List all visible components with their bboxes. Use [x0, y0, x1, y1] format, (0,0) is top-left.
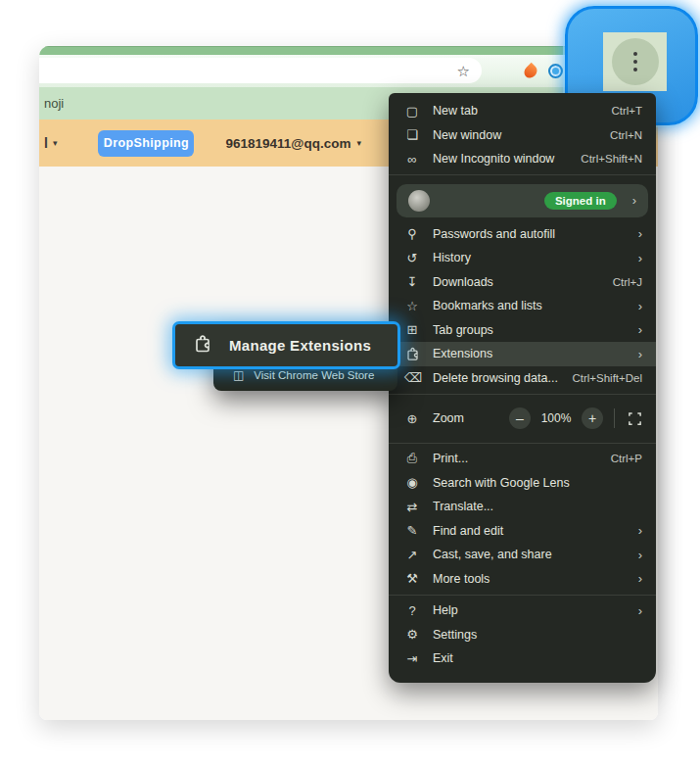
web-store-icon: ◫	[233, 368, 244, 382]
chevron-right-icon: ›	[638, 322, 642, 337]
help-icon: ?	[404, 603, 420, 618]
menu-item-label: Tab groups	[433, 323, 626, 337]
menu-item-cast-save-and-share[interactable]: ↗Cast, save, and share›	[389, 543, 656, 567]
menu-item-label: Zoom	[433, 411, 464, 425]
menu-item-downloads[interactable]: ↧DownloadsCtrl+J	[389, 270, 656, 295]
exit-icon: ⇥	[404, 651, 420, 666]
menu-item-shortcut: Ctrl+T	[611, 105, 642, 117]
kebab-dot	[633, 52, 637, 56]
chevron-right-icon: ›	[638, 347, 642, 361]
menu-divider	[389, 595, 656, 596]
chevron-down-icon: ▾	[356, 138, 361, 148]
menu-item-label: Manage Extensions	[229, 337, 371, 354]
lens-icon: ◉	[404, 475, 420, 490]
translate-icon: ⇄	[404, 500, 420, 514]
menu-item-extensions[interactable]: Extensions›	[389, 342, 656, 366]
menu-item-new-window[interactable]: ❏New windowCtrl+N	[389, 123, 656, 148]
menu-item-shortcut: Ctrl+Shift+N	[581, 153, 642, 165]
menu-item-label: Passwords and autofill	[433, 227, 626, 241]
menu-item-signed-in[interactable]: Signed in›	[397, 184, 648, 217]
menu-item-shortcut: Ctrl+N	[610, 129, 642, 141]
bookmark-star-icon[interactable]: ☆	[457, 64, 470, 78]
menu-item-label: Exit	[433, 651, 642, 665]
signed-in-badge: Signed in	[544, 192, 617, 210]
menu-item-label: Settings	[433, 628, 642, 642]
menu-item-print[interactable]: ⎙Print...Ctrl+P	[389, 447, 656, 471]
menu-item-new-tab[interactable]: ▢New tabCtrl+T	[389, 99, 656, 123]
menu-item-new-incognito-window[interactable]: ∞New Incognito windowCtrl+Shift+N	[389, 147, 656, 171]
extension-icon-orange[interactable]	[522, 62, 539, 79]
account-email-dropdown[interactable]: 961819411@qq.com ▾	[225, 136, 361, 151]
menu-item-settings[interactable]: ⚙Settings	[389, 623, 656, 647]
menu-item-bookmarks-and-lists[interactable]: ☆Bookmarks and lists›	[389, 294, 656, 318]
menu-item-delete-browsing-data[interactable]: ⌫Delete browsing data...Ctrl+Shift+Del	[389, 366, 656, 391]
menu-item-label: Cast, save, and share	[433, 548, 626, 561]
menu-item-label: Print...	[433, 452, 598, 465]
kebab-dot	[633, 68, 637, 72]
menu-item-label: New Incognito window	[433, 152, 568, 166]
menu-kebab-button[interactable]	[612, 38, 659, 85]
menu-item-label: New window	[433, 128, 597, 142]
chevron-right-icon: ›	[638, 548, 642, 562]
chevron-right-icon: ›	[638, 251, 642, 265]
dropshipping-button[interactable]: DropShipping	[98, 130, 194, 157]
new-tab-icon: ▢	[404, 104, 420, 119]
incognito-icon: ∞	[404, 152, 420, 167]
chevron-right-icon: ›	[638, 523, 642, 538]
star-icon: ☆	[404, 299, 420, 313]
menu-item-exit[interactable]: ⇥Exit	[389, 646, 656, 671]
tab-groups-icon: ⊞	[404, 322, 420, 337]
find-icon: ✎	[404, 523, 420, 538]
menu-item-search-with-google-lens[interactable]: ◉Search with Google Lens	[389, 471, 656, 496]
kebab-dot	[633, 60, 637, 64]
menu-item-find-and-edit[interactable]: ✎Find and edit›	[389, 519, 656, 544]
tools-icon: ⚒	[404, 571, 420, 586]
menu-item-passwords-and-autofill[interactable]: ⚲Passwords and autofill›	[389, 222, 656, 247]
cut-off-control[interactable]: l	[44, 135, 48, 151]
zoom-out-button[interactable]: –	[509, 407, 531, 429]
print-icon: ⎙	[404, 451, 420, 466]
menu-item-more-tools[interactable]: ⚒More tools›	[389, 567, 656, 592]
menu-item-label: More tools	[433, 572, 626, 586]
menu-item-label: Visit Chrome Web Store	[254, 369, 374, 381]
menu-item-label: Bookmarks and lists	[433, 299, 626, 312]
zoom-in-button[interactable]: +	[582, 407, 603, 429]
key-icon: ⚲	[404, 226, 420, 241]
new-window-icon: ❏	[404, 127, 420, 142]
menu-item-label: Find and edit	[433, 524, 626, 538]
bookmark-item[interactable]: noji	[44, 96, 64, 111]
chevron-right-icon: ›	[632, 193, 636, 208]
extensions-puzzle-icon	[193, 334, 212, 358]
fullscreen-button[interactable]	[626, 409, 644, 428]
menu-item-shortcut: Ctrl+Shift+Del	[572, 372, 642, 384]
menu-item-label: Extensions	[433, 347, 626, 360]
chevron-right-icon: ›	[638, 226, 642, 241]
download-icon: ↧	[404, 274, 420, 289]
chevron-right-icon: ›	[638, 603, 642, 618]
chevron-right-icon: ›	[638, 299, 642, 313]
extension-icon-blue[interactable]	[548, 64, 563, 78]
menu-item-zoom: ⊕Zoom–100%+	[389, 398, 656, 439]
chevron-down-icon: ▾	[53, 138, 58, 148]
menu-divider	[389, 174, 656, 175]
menu-item-shortcut: Ctrl+J	[613, 276, 642, 288]
gear-icon: ⚙	[404, 627, 420, 642]
menu-item-label: Search with Google Lens	[433, 476, 642, 490]
address-bar[interactable]: ☆	[39, 58, 482, 83]
menu-item-translate[interactable]: ⇄Translate...	[389, 495, 656, 519]
menu-item-label: Help	[433, 603, 626, 617]
menu-item-manage-extensions[interactable]: Manage Extensions	[175, 324, 397, 366]
zoom-level: 100%	[537, 411, 575, 425]
trash-icon: ⌫	[404, 370, 420, 385]
history-icon: ↺	[404, 251, 420, 265]
menu-item-help[interactable]: ?Help›	[389, 598, 656, 623]
zoom-icon: ⊕	[404, 411, 420, 426]
avatar	[408, 190, 430, 212]
menu-item-history[interactable]: ↺History›	[389, 246, 656, 270]
menu-divider	[389, 394, 656, 395]
menu-item-tab-groups[interactable]: ⊞Tab groups›	[389, 318, 656, 343]
menu-item-shortcut: Ctrl+P	[611, 453, 642, 464]
menu-item-label: Downloads	[433, 275, 600, 289]
zoom-controls: –100%+	[509, 407, 644, 429]
chevron-right-icon: ›	[638, 571, 642, 586]
